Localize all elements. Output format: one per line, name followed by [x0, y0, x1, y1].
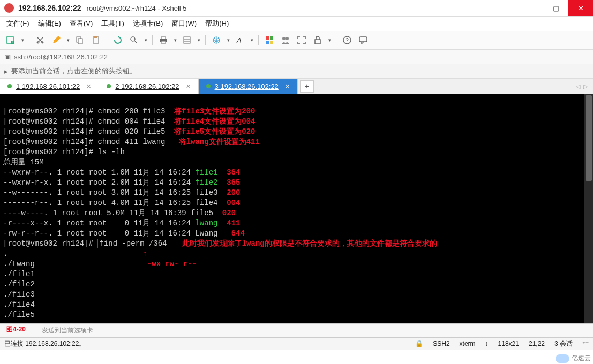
globe-icon[interactable] — [210, 34, 223, 47]
scrollbar-thumb[interactable] — [586, 95, 592, 181]
output-line: ./file5 — [3, 310, 35, 319]
cut-icon[interactable] — [34, 34, 47, 47]
svg-point-23 — [282, 37, 286, 40]
output-line: ./file4 — [3, 300, 35, 309]
terminal-line: 总用量 15M — [3, 158, 44, 166]
prompt: [root@vms002 rh124]# — [3, 239, 97, 248]
separator — [107, 35, 107, 46]
svg-point-24 — [286, 37, 289, 40]
annotation: 将file5文件设置为020 — [165, 127, 255, 136]
send-to-tab-input[interactable]: 图4-20 发送到当前选项卡 — [0, 323, 593, 337]
ls-row: -rw-r--r--. 1 root root 0 11月 14 16:24 L… — [3, 229, 217, 238]
paste-icon[interactable] — [89, 34, 102, 47]
session-tab-1[interactable]: 1 192.168.26.101:22 ✕ — [0, 79, 99, 94]
output-line: ./file3 — [3, 290, 35, 299]
copy-icon[interactable] — [73, 34, 86, 47]
font-icon[interactable]: A — [234, 34, 246, 47]
hint-text: 要添加当前会话，点击左侧的箭头按钮。 — [11, 66, 137, 76]
dropdown-icon[interactable]: ▾ — [327, 37, 332, 43]
pencil-icon[interactable] — [50, 34, 63, 47]
separator — [258, 35, 259, 46]
status-sessions: 3 会话 — [554, 339, 573, 348]
minimize-button[interactable]: — — [519, 0, 544, 16]
lock-icon: 🔒 — [415, 340, 423, 347]
terminal-line: [root@vms002 rh124]# chmod 200 file3 — [3, 107, 165, 116]
svg-rect-21 — [266, 41, 269, 44]
new-session-icon[interactable]: + — [4, 34, 17, 47]
fullscreen-icon[interactable] — [295, 34, 308, 47]
svg-text:A: A — [236, 36, 242, 44]
svg-point-9 — [131, 37, 135, 41]
session-tab-3[interactable]: 3 192.168.26.102:22 ✕ — [199, 79, 298, 94]
toolbar: + ▾ ▾ ▾ ▾ ▾ ▾ A ▾ ▾ ? — [0, 31, 593, 50]
bookmark-icon[interactable]: ▣ — [4, 53, 11, 61]
help-icon[interactable]: ? — [341, 34, 354, 47]
ls-row: --w-------. 1 root root 3.0M 11月 14 16:2… — [3, 188, 217, 197]
tab-label: 3 192.168.26.102:22 — [215, 82, 279, 90]
terminal-line: [root@vms002 rh124]# chmod 020 file5 — [3, 127, 165, 136]
chevron-left-icon[interactable]: ◁ — [576, 83, 580, 90]
ls-row: -r----x--x. 1 root root 0 11月 14 16:24 — [3, 219, 195, 228]
figure-label: 图4-20 — [6, 325, 26, 334]
terminal-line: [root@vms002 rh124]# chmod 004 file4 — [3, 117, 165, 126]
users-icon[interactable] — [279, 34, 292, 47]
window-title: 192.168.26.102:22 — [18, 4, 81, 12]
lock-icon[interactable] — [311, 34, 324, 47]
search-icon[interactable] — [127, 34, 140, 47]
dropdown-icon[interactable]: ▾ — [173, 37, 177, 43]
terminal-line: [root@vms002 rh124]# ls -lh — [3, 148, 125, 156]
arrow-up-icon: ↑ — [7, 249, 147, 258]
status-dot-icon — [7, 84, 12, 88]
menu-file[interactable]: 文件(F) — [6, 19, 29, 28]
svg-text:+: + — [12, 40, 14, 44]
menu-bar: 文件(F) 编辑(E) 查看(V) 工具(T) 选项卡(B) 窗口(W) 帮助(… — [0, 17, 593, 31]
status-connection: 已连接 192.168.26.102:22。 — [4, 339, 85, 348]
perm-num: 004 — [217, 199, 240, 207]
svg-rect-28 — [359, 37, 367, 42]
menu-tab[interactable]: 选项卡(B) — [133, 19, 163, 28]
close-button[interactable]: ✕ — [568, 0, 593, 16]
chat-icon[interactable] — [357, 34, 370, 47]
terminal[interactable]: [root@vms002 rh124]# chmod 200 file3 将fi… — [0, 94, 593, 323]
dropdown-icon[interactable]: ▾ — [250, 37, 254, 43]
status-term-type: xterm — [460, 340, 476, 347]
session-tab-2[interactable]: 2 192.168.26.102:22 ✕ — [99, 79, 198, 94]
svg-rect-12 — [161, 37, 166, 39]
svg-rect-22 — [270, 41, 273, 44]
separator — [29, 35, 29, 46]
properties-icon[interactable] — [181, 34, 193, 47]
dropdown-icon[interactable]: ▾ — [197, 37, 201, 43]
status-dot-icon — [206, 84, 211, 88]
menu-view[interactable]: 查看(V) — [70, 19, 93, 28]
dropdown-icon[interactable]: ▾ — [66, 37, 70, 43]
tab-close-icon[interactable]: ✕ — [186, 83, 191, 90]
menu-tools[interactable]: 工具(T) — [101, 19, 124, 28]
reconnect-icon[interactable] — [111, 34, 124, 47]
new-tab-button[interactable]: + — [300, 80, 314, 93]
ls-row: --wxrw-r-x. 1 root root 2.0M 11月 14 16:2… — [3, 178, 195, 187]
arrow-right-icon[interactable]: ▸ — [4, 67, 8, 75]
tab-scroll-arrows[interactable]: ◁ ▷ — [576, 83, 593, 90]
window-subtitle: root@vms002:~/rh124 - Xshell 5 — [87, 4, 187, 12]
menu-window[interactable]: 窗口(W) — [171, 19, 197, 28]
chevron-right-icon[interactable]: ▷ — [583, 83, 588, 90]
dropdown-icon[interactable]: ▾ — [20, 37, 25, 43]
printer-icon[interactable] — [157, 34, 170, 47]
dropdown-icon[interactable]: ▾ — [144, 37, 148, 43]
separator — [152, 35, 153, 46]
status-protocol: SSH2 — [433, 340, 449, 347]
tab-close-icon[interactable]: ✕ — [86, 83, 91, 90]
svg-rect-6 — [78, 39, 82, 44]
maximize-button[interactable]: ▢ — [544, 0, 568, 16]
menu-edit[interactable]: 编辑(E) — [38, 19, 61, 28]
dropdown-icon[interactable]: ▾ — [226, 37, 230, 43]
menu-help[interactable]: 帮助(H) — [205, 19, 229, 28]
filename: file1 — [195, 168, 217, 177]
scrollbar[interactable] — [584, 94, 593, 323]
address-text[interactable]: ssh://root@192.168.26.102:22 — [14, 53, 108, 61]
color-icon[interactable] — [263, 34, 276, 47]
perm-num: 644 — [217, 229, 244, 238]
send-placeholder: 发送到当前选项卡 — [42, 327, 93, 334]
tab-close-icon[interactable]: ✕ — [285, 83, 290, 90]
annotation: 将lwang文件设置为411 — [165, 138, 259, 146]
